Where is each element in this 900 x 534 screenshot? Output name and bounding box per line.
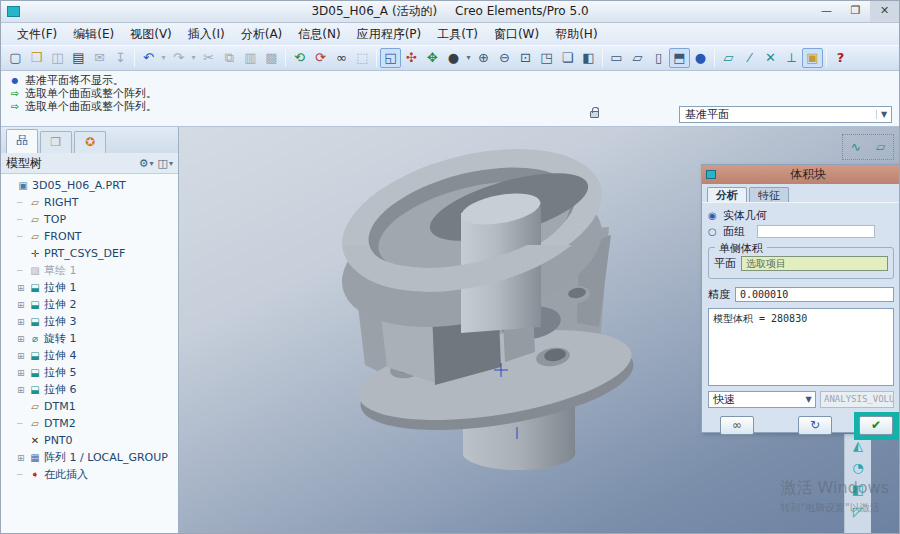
point-display-icon[interactable]: ✕ <box>760 48 781 68</box>
viewport-tool-icon-1[interactable]: ◭ <box>853 438 863 453</box>
redo-caret-icon[interactable]: ▾ <box>189 48 198 68</box>
maximize-button[interactable]: ❐ <box>841 1 870 22</box>
spline-collector-icon[interactable]: ∿ <box>851 140 861 154</box>
accuracy-field[interactable]: 0.000010 <box>735 287 894 302</box>
separator[interactable] <box>826 49 827 67</box>
undo-caret-icon[interactable]: ▾ <box>159 48 168 68</box>
dialog-tab-feature[interactable]: 特征 <box>749 187 789 202</box>
regen-manager-icon[interactable]: ⟳ <box>310 48 331 68</box>
tree-item-extrude-6[interactable]: ⊞ ⬓ 拉伸 6 <box>1 381 178 398</box>
chevron-down-icon[interactable]: ▾ <box>150 159 154 168</box>
tree-item-revolve-1[interactable]: ⊞ ⌀ 旋转 1 <box>1 330 178 347</box>
viewport-tool-icon-2[interactable]: ◔ <box>852 460 863 475</box>
menu-insert[interactable]: 插入(I) <box>180 24 233 45</box>
reorient-icon[interactable]: ◳ <box>536 48 557 68</box>
menu-info[interactable]: 信息(N) <box>290 24 348 45</box>
tree-display-icon[interactable]: ◫ <box>158 157 168 170</box>
tab-favorites[interactable]: ✪ <box>74 131 106 153</box>
separator[interactable] <box>285 49 286 67</box>
redraw-icon[interactable]: ◱ <box>380 48 401 68</box>
tree-item-extrude-3[interactable]: ⊞ ⬓ 拉伸 3 <box>1 313 178 330</box>
dialog-title-bar[interactable]: 体积块 <box>702 165 899 184</box>
menu-edit[interactable]: 编辑(E) <box>65 24 122 45</box>
minimize-button[interactable]: — <box>812 1 841 22</box>
shaded-icon[interactable]: ⬒ <box>669 48 690 68</box>
expand-icon[interactable]: ⊞ <box>17 368 28 378</box>
separator[interactable] <box>714 49 715 67</box>
expand-icon[interactable]: ┈ <box>17 232 28 242</box>
tree-item-dtm2[interactable]: ┈ ▱ DTM2 <box>1 415 178 432</box>
tree-item-extrude-1[interactable]: ⊞ ⬓ 拉伸 1 <box>1 279 178 296</box>
no-hidden-icon[interactable]: ▯ <box>648 48 669 68</box>
tab-model-tree[interactable]: 品 <box>6 129 38 153</box>
quilt-field[interactable] <box>757 225 875 238</box>
tree-item-front[interactable]: ┈ ▱ FRONT <box>1 228 178 245</box>
open-file-icon[interactable]: ❒ <box>26 48 47 68</box>
redo-icon[interactable]: ↷ <box>168 48 189 68</box>
close-button[interactable]: ✕ <box>870 1 899 22</box>
expand-icon[interactable]: ┈ <box>17 198 28 208</box>
surface-collector-icon[interactable]: ▱ <box>876 140 885 154</box>
saved-views-icon[interactable]: ● <box>690 48 711 68</box>
view-manager-icon[interactable]: ◧ <box>578 48 599 68</box>
expand-icon[interactable]: ⊞ <box>17 351 28 361</box>
tree-item-extrude-5[interactable]: ⊞ ⬓ 拉伸 5 <box>1 364 178 381</box>
separator[interactable] <box>376 49 377 67</box>
annotation-display-icon[interactable]: ▣ <box>802 48 823 68</box>
repeat-button[interactable]: ↻ <box>798 416 832 435</box>
refit-icon[interactable]: ⊡ <box>515 48 536 68</box>
hidden-line-icon[interactable]: ▱ <box>627 48 648 68</box>
shaded-style-icon[interactable]: ● <box>443 48 464 68</box>
analysis-name-field[interactable]: ANALYSIS_VOLU <box>820 391 894 408</box>
tab-folder-browser[interactable]: ❒ <box>40 131 72 153</box>
expand-icon[interactable]: ┈ <box>17 266 28 276</box>
tree-item-dtm1[interactable]: ▱ DTM1 <box>1 398 178 415</box>
tree-item-pnt0[interactable]: ✕ PNT0 <box>1 432 178 449</box>
separator[interactable] <box>134 49 135 67</box>
quilt-radio[interactable]: ○ 面组 <box>708 223 894 239</box>
viewport-tool-icon-4[interactable]: ◸ <box>853 504 863 519</box>
select-box-icon[interactable]: ⬚ <box>352 48 373 68</box>
solid-geometry-radio[interactable]: ◉ 实体几何 <box>708 207 894 223</box>
expand-icon[interactable]: ┈ <box>17 470 28 480</box>
copy-icon[interactable]: ⧉ <box>219 48 240 68</box>
expand-icon[interactable]: ⊞ <box>17 385 28 395</box>
tree-item-top[interactable]: ┈ ▱ TOP <box>1 211 178 228</box>
zoom-out-icon[interactable]: ⊖ <box>494 48 515 68</box>
layers-icon[interactable]: ❏ <box>557 48 578 68</box>
expand-icon[interactable]: ⊞ <box>17 283 28 293</box>
selection-filter-dropdown[interactable]: 基准平面 ▼ <box>679 106 892 123</box>
wireframe-icon[interactable]: ▭ <box>606 48 627 68</box>
paste-icon[interactable]: ▥ <box>240 48 261 68</box>
tree-item-sketch-1[interactable]: ┈ ▨ 草绘 1 <box>1 262 178 279</box>
menu-applications[interactable]: 应用程序(P) <box>349 24 430 45</box>
csys-display-icon[interactable]: ⟂ <box>781 48 802 68</box>
ok-button[interactable]: ✔ <box>859 416 893 435</box>
menu-window[interactable]: 窗口(W) <box>486 24 547 45</box>
tree-settings-icon[interactable]: ⚙ <box>139 157 149 170</box>
tree-item-part[interactable]: ▣ 3D05_H06_A.PRT <box>1 177 178 194</box>
expand-icon[interactable]: ⊞ <box>17 300 28 310</box>
menu-file[interactable]: 文件(F) <box>9 24 65 45</box>
viewport-tool-icon-3[interactable]: ◧ <box>852 482 864 497</box>
mail-icon[interactable]: ✉ <box>89 48 110 68</box>
save-icon[interactable]: ◫ <box>47 48 68 68</box>
axis-display-icon[interactable]: ⁄ <box>739 48 760 68</box>
expand-icon[interactable]: ┈ <box>17 215 28 225</box>
regenerate-icon[interactable]: ⟲ <box>289 48 310 68</box>
plane-collector-field[interactable]: 选取项目 <box>741 256 888 271</box>
tree-item-extrude-2[interactable]: ⊞ ⬓ 拉伸 2 <box>1 296 178 313</box>
export-icon[interactable]: ↧ <box>110 48 131 68</box>
menu-help[interactable]: 帮助(H) <box>547 24 605 45</box>
orient-mode-icon[interactable]: ✥ <box>422 48 443 68</box>
menu-analysis[interactable]: 分析(A) <box>233 24 291 45</box>
compute-mode-dropdown[interactable]: 快速 ▼ <box>708 391 816 408</box>
graphics-viewport[interactable]: ∿ ▱ ◭ ◔ ◧ ◸ 体积块 <box>179 127 899 533</box>
menu-tools[interactable]: 工具(T) <box>429 24 486 45</box>
expand-icon[interactable]: ⊞ <box>17 334 28 344</box>
preview-button[interactable]: ∞ <box>720 416 754 435</box>
menu-view[interactable]: 视图(V) <box>122 24 180 45</box>
datum-plane-display-icon[interactable]: ▱ <box>718 48 739 68</box>
tree-item-insert-here[interactable]: ┈ ➧ 在此插入 <box>1 466 178 483</box>
find-icon[interactable]: ∞ <box>331 48 352 68</box>
